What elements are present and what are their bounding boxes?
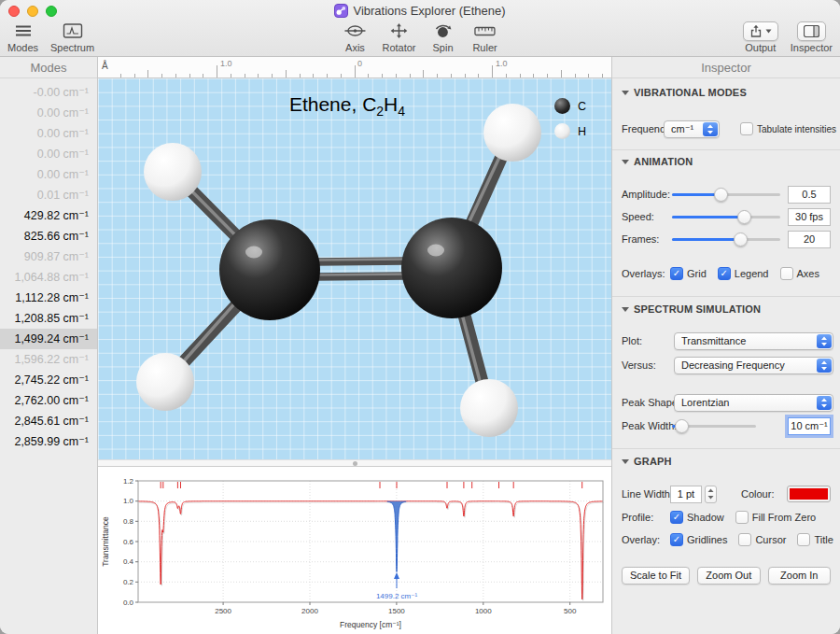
plot-row: Plot: Transmittance [612,331,840,351]
row-label: Amplitude: [612,189,670,200]
share-output-icon [743,21,778,41]
toolbar-output-button[interactable]: Output [743,21,778,53]
mode-list-item[interactable]: 2,745.22 cm⁻¹ [0,370,97,390]
svg-text:0.0: 0.0 [123,599,134,607]
molecule-viewer[interactable]: Ethene, C2H4 C H [98,78,611,459]
checkbox-cursor[interactable]: Cursor [738,533,786,546]
mode-list-item[interactable]: 2,859.99 cm⁻¹ [0,431,97,452]
mode-list-item[interactable]: 0.00 cm⁻¹ [0,123,97,144]
slider-knob[interactable] [734,232,748,247]
inspector-body: VIBRATIONAL MODES Frequency: cm⁻¹ Tabula… [612,78,840,634]
toolbar-ruler-button[interactable]: Ruler [470,21,500,53]
checkbox-label: Tabulate intensities [757,124,836,134]
checkbox-axes[interactable]: Axes [780,267,819,280]
line-width-field[interactable]: 1 pt [670,486,702,503]
toolbar-rotator-button[interactable]: Rotator [382,21,415,53]
mode-list-item[interactable]: 825.66 cm⁻¹ [0,226,97,247]
overlays-row: Overlays: ✓Grid✓LegendAxes [612,263,840,284]
amplitude-value-field[interactable]: 0.5 [788,186,831,204]
toolbar-spin-button[interactable]: Spin [428,21,458,53]
row-label: Versus: [612,359,670,371]
svg-text:1.0: 1.0 [123,497,134,505]
ruler-tick [245,74,245,78]
y-axis-title: Transmittance [101,516,110,567]
checkbox-icon [797,533,810,546]
toolbar-spectrum-button[interactable]: Spectrum [50,21,94,53]
row-label: Overlay: [612,534,670,545]
mode-frequency-label: 2,859.99 cm⁻¹ [14,435,89,448]
ruler-tick [561,70,562,77]
toolbar-axis-button[interactable]: Axis [340,21,370,53]
toolbar-modes-button[interactable]: Modes [7,21,38,53]
svg-text:0.6: 0.6 [123,538,134,546]
scale-to-fit-button[interactable]: Scale to Fit [622,567,690,585]
peak-width-slider[interactable] [672,419,756,433]
mode-list-item[interactable]: 1,596.22 cm⁻¹ [0,349,97,370]
frames-slider[interactable] [672,232,780,247]
checkbox-label: Grid [687,268,707,279]
ruler-tick [203,74,203,78]
speed-slider[interactable] [672,210,780,224]
ruler-tick [134,74,135,78]
checkbox-icon [740,122,753,135]
frequency-unit-popup[interactable]: cm⁻¹ [664,120,720,138]
checkbox-shadow[interactable]: ✓Shadow [670,511,724,524]
versus-popup[interactable]: Decreasing Frequency [674,357,833,374]
peak-width-field[interactable]: 10 cm⁻¹ [788,417,831,435]
disclosure-triangle-icon [622,307,629,312]
checkbox-gridlines[interactable]: ✓Gridlines [670,533,727,546]
checkbox-tabulate-intensities[interactable]: Tabulate intensities [740,122,836,135]
plot-popup[interactable]: Transmittance [674,332,833,350]
pane-splitter[interactable] [98,459,611,467]
disclosure-triangle-icon [622,459,629,464]
mode-list-item[interactable]: 1,499.24 cm⁻¹ [0,329,97,349]
spectrum-plot[interactable]: 25002000150010005000.00.20.40.60.81.01.2… [98,467,611,634]
peak-shape-popup[interactable]: Lorentzian [674,394,833,412]
section-vibrational-modes[interactable]: VIBRATIONAL MODES [622,86,747,99]
mode-list-item[interactable]: 0.00 cm⁻¹ [0,144,97,164]
checkbox-fill-from-zero[interactable]: Fill From Zero [735,511,816,524]
mode-list-item[interactable]: 909.87 cm⁻¹ [0,247,97,267]
line-width-stepper[interactable] [705,486,717,503]
checkbox-icon: ✓ [718,267,731,280]
mode-list-item[interactable]: 0.00 cm⁻¹ [0,164,97,185]
molecule-graphic [98,78,611,459]
profile-checkgroup: ✓ShadowFill From Zero [670,511,827,524]
toolbar-inspector-button[interactable]: Inspector [791,21,833,53]
checkbox-title[interactable]: Title [797,533,833,546]
svg-text:0.4: 0.4 [123,557,134,566]
section-spectrum-simulation[interactable]: SPECTRUM SIMULATION [622,303,761,316]
mode-frequency-label: 1,112.28 cm⁻¹ [15,291,89,304]
section-animation[interactable]: ANIMATION [622,155,693,168]
mode-list-item[interactable]: 1,064.88 cm⁻¹ [0,267,97,288]
hydrogen-atom [144,143,202,201]
speed-value-field[interactable]: 30 fps [788,208,831,226]
mode-list-item[interactable]: 1,208.85 cm⁻¹ [0,308,97,329]
mode-list-item[interactable]: 1,112.28 cm⁻¹ [0,288,97,308]
checkbox-grid[interactable]: ✓Grid [670,267,707,280]
section-graph[interactable]: GRAPH [622,455,672,468]
mode-list-item[interactable]: 2,845.61 cm⁻¹ [0,411,97,431]
slider-knob[interactable] [714,188,728,202]
atoms [136,104,541,437]
mode-frequency-label: 909.87 cm⁻¹ [24,250,89,263]
mode-list-item[interactable]: 429.82 cm⁻¹ [0,205,97,226]
app-icon [334,4,348,18]
mode-list-item[interactable]: 2,762.00 cm⁻¹ [0,390,97,411]
zoom-out-button[interactable]: Zoom Out [697,567,760,585]
slider-knob[interactable] [737,210,751,224]
colour-well[interactable] [787,486,831,502]
checkbox-legend[interactable]: ✓Legend [718,267,769,280]
zoom-in-button[interactable]: Zoom In [768,567,831,585]
amplitude-slider[interactable] [672,188,780,202]
mode-list-item[interactable]: 0.01 cm⁻¹ [0,185,97,205]
ruler-mark-label: 1.0 [496,59,508,68]
mode-list-item[interactable]: 0.00 cm⁻¹ [0,103,97,123]
splitter-handle-icon [353,461,357,466]
slider-knob[interactable] [675,419,689,433]
mode-list-item[interactable]: -0.00 cm⁻¹ [0,82,97,103]
overlay-checkgroup: ✓GridlinesCursorTitle [670,533,840,546]
frames-value-field[interactable]: 20 [788,231,831,248]
peak-shape-row: Peak Shape: Lorentzian [612,392,840,413]
mode-frequency-label: 2,745.22 cm⁻¹ [14,373,89,387]
